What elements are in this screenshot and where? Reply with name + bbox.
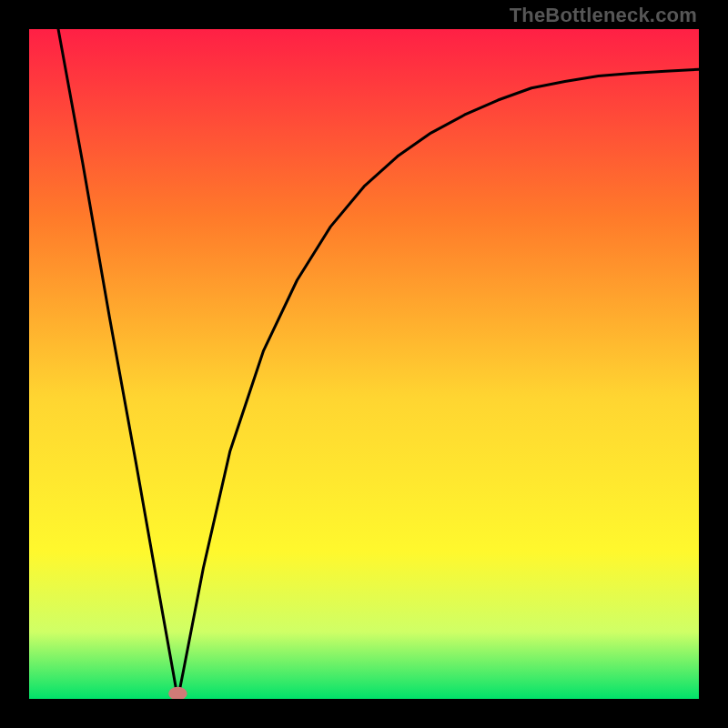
attribution-text: TheBottleneck.com xyxy=(510,4,697,27)
gradient-background xyxy=(29,29,699,699)
bottleneck-chart xyxy=(29,29,699,699)
